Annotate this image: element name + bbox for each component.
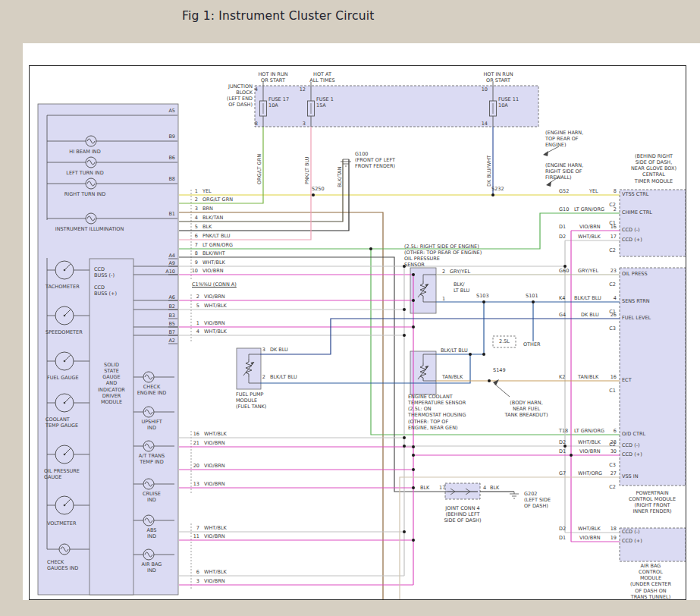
low-row7-color: WHT/BLK: [204, 569, 227, 575]
ect-top-color: BLK/LT BLU: [441, 347, 468, 354]
air-bag-ind-label: AIR BAG IND: [142, 561, 162, 574]
pcm-row4-color: TAN/BLK: [578, 374, 598, 380]
oil-pressure-gauge-label: OIL PRESSURE GAUGE: [44, 468, 80, 480]
low-row2-color: VIO/BRN: [204, 440, 225, 446]
s101-label: S101: [526, 293, 538, 299]
jc-right-color: BLK: [490, 485, 499, 491]
low-row6-color: VIO/BRN: [204, 533, 225, 539]
pcm-row4-code: K2: [559, 374, 565, 380]
pcm-row7-label: CCD (+): [622, 451, 642, 457]
ect-bottom-color: TAN/BLK: [442, 374, 463, 380]
abcm-row1-label: CCD (-): [622, 529, 640, 535]
abcm-row1-pin: 18: [611, 526, 617, 532]
wire-seg: [436, 302, 484, 354]
pin-b2: B2: [168, 303, 175, 310]
ctm-row2-code: G10: [559, 206, 569, 212]
pcm-row8-pin: 27: [611, 470, 617, 476]
low-row5-pin: 7: [196, 525, 199, 531]
wiring-diagram: [0, 0, 700, 616]
pin-b1: B1: [168, 211, 175, 217]
ctm-row4-code: D2: [559, 234, 566, 240]
pcm-row1-label: OIL PRESS: [622, 271, 648, 277]
hot-label-2: HOT AT ALL TIMES: [309, 71, 334, 83]
fuse1-pin-bottom: 3: [303, 121, 306, 127]
wire-label-pnk-lt-blu-vert: PNK/LT BLU: [304, 156, 310, 184]
ctm-row2-color: LT GRN/ORG: [574, 206, 604, 212]
ctm-row3-color: VIO/BRN: [579, 224, 601, 230]
wire-pnk-lt-blu: [179, 127, 311, 240]
engine-harn-top-label: (ENGINE HARN, TOP REAR OF ENGINE): [545, 130, 583, 148]
ctm-row4-label: CCD (+): [622, 237, 642, 243]
junction-block-box: [255, 86, 538, 127]
fuse1-pin-top: 12: [300, 86, 306, 93]
pcm-row1-color: GRY/YEL: [578, 268, 598, 274]
row3-color: BRN: [202, 206, 213, 212]
low-row2-pin: 21: [193, 440, 199, 446]
pcm-row8-conn: C2: [609, 484, 616, 490]
engine-harn-right-label: (ENGINE HARN, RIGHT SIDE OF FIREWALL): [545, 162, 583, 181]
grp2-row4-color: WHT/BLK: [204, 328, 227, 335]
ctm-row1-pin: 8: [614, 188, 617, 194]
pin-b6: B6: [168, 155, 175, 161]
fp-pin3-color: DK BLU: [270, 347, 288, 353]
pcm-row8-label: VSS IN: [622, 473, 639, 479]
wire-blk-wht: [179, 257, 447, 492]
driver-module-label: SOLID STATE GAUGE AND INDICATOR DRIVER M…: [98, 362, 125, 405]
pcm-row2-code: K4: [559, 295, 565, 301]
grp2-row4-pin: 4: [196, 328, 199, 335]
ctm-row2-label: CHIME CTRL: [622, 209, 652, 215]
upshift-ind-label: UPSHIFT IND: [141, 419, 162, 431]
ctm-row3-code: D1: [559, 224, 566, 230]
wire-label-org-lt-grn-vert: ORG/LT GRN: [256, 154, 262, 184]
alt-other-label: OTHER: [523, 341, 541, 347]
instrument-illumination-label: INSTRUMENT ILLUMINATION: [55, 226, 124, 232]
wire-label-blk-tan-vert: BLK/TAN: [337, 167, 343, 187]
low-row1-color: WHT/BLK: [204, 431, 227, 437]
voltmeter-label: VOLTMETER: [47, 520, 76, 526]
row6-color: PNK/LT BLU: [202, 233, 231, 239]
pin-b5: B5: [168, 321, 175, 327]
pin-b3: B3: [168, 313, 175, 319]
joint-conn-label: JOINT CONN 4 (BEHIND LEFT SIDE OF DASH): [444, 505, 481, 523]
abs-ind-label: ABS IND: [147, 527, 157, 539]
pcm-row5-label: O/D CTRL: [622, 431, 645, 437]
pcm-row2-color: BLK/LT BLU: [574, 295, 601, 301]
ccd-buss-minus-label: CCD BUSS (-): [94, 266, 115, 278]
abcm-row2-code: D1: [559, 535, 566, 541]
pcm-row6-code: D2: [559, 439, 566, 445]
pcm-row2-pin: 4: [614, 295, 617, 301]
wire-dk-blu: [260, 319, 620, 354]
row7-color: LT GRN/ORG: [202, 242, 233, 248]
fuel-pump-label: FUEL PUMP MODULE (FUEL TANK): [236, 391, 266, 410]
row4-color: BLK/TAN: [202, 215, 223, 221]
pcm-row6-label: CCD (-): [622, 442, 640, 448]
pcm-row3-color: DK BLU: [581, 312, 599, 318]
jc-right-pin: 4: [483, 485, 486, 491]
pin-a10: A10: [165, 269, 175, 275]
pcm-row3-conn: C3: [609, 325, 616, 332]
pin-a2: A2: [168, 338, 175, 344]
hot-label-3: HOT IN RUN OR START: [483, 71, 513, 83]
low-row7-pin: 6: [196, 569, 199, 575]
row9-pin: 9: [195, 259, 198, 266]
ctm-row2-pin: 2: [614, 206, 617, 212]
fuse11-pin-top: 10: [482, 86, 488, 93]
fuse11-pin-bottom: 14: [482, 121, 488, 127]
body-harn-label: (BODY HARN, NEAR FUEL TANK BREAKOUT): [505, 400, 548, 418]
row10-pin: 10: [192, 268, 198, 274]
fuse17-pin-bottom: 8: [255, 121, 258, 127]
pcm-row3-code: G4: [559, 312, 566, 318]
fp-pin2: 2: [262, 374, 265, 380]
g202-ground-icon: [510, 492, 519, 498]
ctm-row4-color: WHT/BLK: [578, 234, 601, 240]
speedometer-label: SPEEDOMETER: [46, 329, 83, 335]
pcm-row1-pin: 23: [611, 268, 617, 274]
pcm-title: POWERTRAIN CONTROL MODULE (RIGHT FRONT I…: [629, 490, 676, 515]
abcm-row2-pin: 19: [611, 535, 617, 541]
pcm-row7-conn: C3: [609, 462, 616, 468]
grp2-row2-pin: 5: [196, 303, 199, 309]
grp2-row3-pin: 1: [196, 320, 199, 326]
check-gauges-ind-label: CHECK GAUGES IND: [47, 559, 78, 571]
ctm-row4-conn: C2: [609, 247, 616, 253]
pcm-row5-color: LT GRN/ORG: [574, 428, 604, 434]
